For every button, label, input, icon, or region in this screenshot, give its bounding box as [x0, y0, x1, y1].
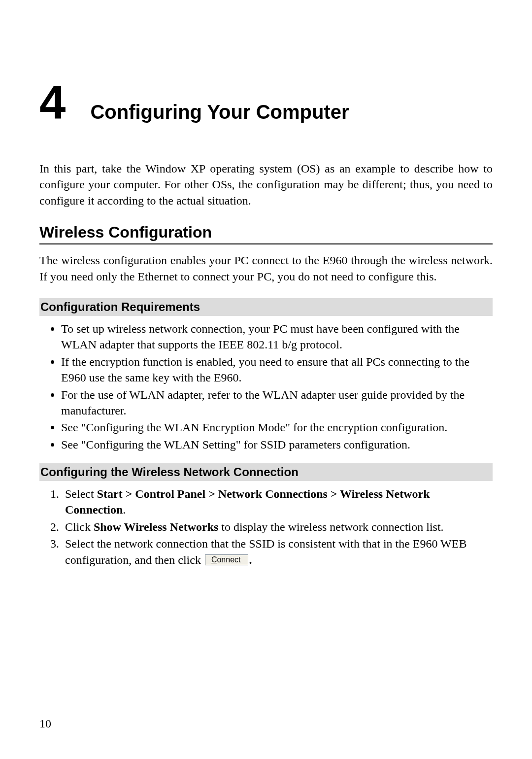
- step-text: Select: [65, 487, 97, 500]
- step-text: .: [249, 553, 252, 566]
- step-bold: Start > Control Panel > Network Connecti…: [65, 487, 430, 516]
- list-item: Click Show Wireless Networks to display …: [62, 519, 493, 535]
- step-text: .: [123, 503, 126, 516]
- connect-button-rest: onnect: [217, 555, 240, 564]
- list-item: For the use of WLAN adapter, refer to th…: [61, 387, 493, 419]
- connect-button-accesskey: C: [211, 555, 217, 564]
- subheading-requirements: Configuration Requirements: [39, 298, 493, 316]
- document-page: 4 Configuring Your Computer In this part…: [0, 0, 532, 759]
- list-item: Select Start > Control Panel > Network C…: [62, 486, 493, 518]
- list-item: Select the network connection that the S…: [62, 536, 493, 568]
- step-text: Select the network connection that the S…: [65, 537, 466, 566]
- page-number: 10: [39, 717, 51, 730]
- chapter-number: 4: [39, 79, 66, 126]
- step-bold: Show Wireless Networks: [94, 520, 218, 533]
- section-intro: The wireless configuration enables your …: [39, 252, 493, 284]
- requirements-list: To set up wireless network connection, y…: [39, 321, 493, 452]
- list-item: See "Configuring the WLAN Encryption Mod…: [61, 419, 493, 435]
- step-text: Click: [65, 520, 94, 533]
- subheading-connection: Configuring the Wireless Network Connect…: [39, 463, 493, 481]
- list-item: To set up wireless network connection, y…: [61, 321, 493, 353]
- section-title: Wireless Configuration: [39, 223, 493, 244]
- list-item: If the encryption function is enabled, y…: [61, 354, 493, 386]
- connect-button[interactable]: Connect: [205, 554, 248, 565]
- step-text: to display the wireless network connecti…: [218, 520, 443, 533]
- chapter-heading: 4 Configuring Your Computer: [39, 79, 493, 126]
- list-item: See "Configuring the WLAN Setting" for S…: [61, 437, 493, 452]
- intro-paragraph: In this part, take the Window XP operati…: [39, 161, 493, 208]
- connection-steps: Select Start > Control Panel > Network C…: [39, 486, 493, 568]
- chapter-title: Configuring Your Computer: [90, 101, 349, 123]
